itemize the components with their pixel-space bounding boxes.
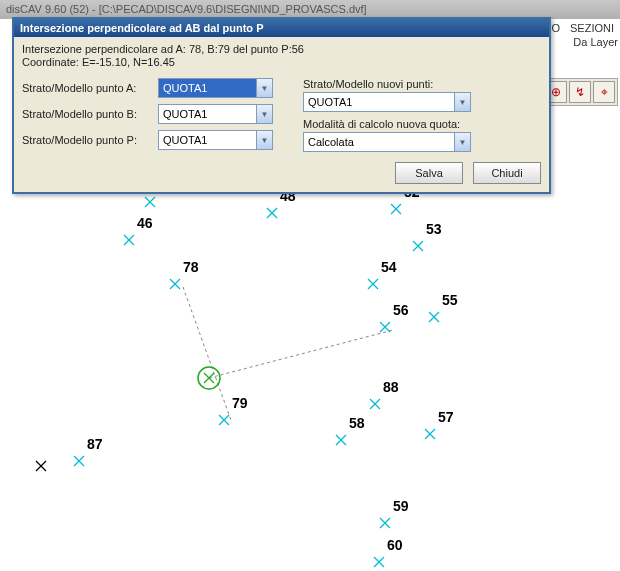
svg-text:88: 88 [383, 379, 399, 395]
svg-text:57: 57 [438, 409, 454, 425]
svg-line-49 [380, 518, 390, 528]
svg-line-15 [391, 204, 401, 214]
svg-text:79: 79 [232, 395, 248, 411]
svg-line-19 [413, 241, 423, 251]
chevron-down-icon[interactable] [454, 93, 470, 111]
svg-line-48 [380, 518, 390, 528]
label-punto-a: Strato/Modello punto A: [22, 82, 152, 94]
combo-punto-a[interactable]: QUOTA1 [158, 78, 273, 98]
svg-line-12 [267, 208, 277, 218]
svg-line-13 [267, 208, 277, 218]
label-punto-b: Strato/Modello punto B: [22, 108, 152, 120]
combo-punto-b[interactable]: QUOTA1 [158, 104, 273, 124]
svg-line-40 [425, 429, 435, 439]
svg-text:60: 60 [387, 537, 403, 553]
svg-line-25 [429, 312, 439, 322]
combo-punto-p-value: QUOTA1 [159, 134, 256, 146]
svg-text:54: 54 [381, 259, 397, 275]
svg-text:78: 78 [183, 259, 199, 275]
info-line-1: Intersezione perpendicolare ad A: 78, B:… [22, 43, 541, 55]
chevron-down-icon[interactable] [256, 105, 272, 123]
combo-modalita[interactable]: Calcolata [303, 132, 471, 152]
svg-line-18 [413, 241, 423, 251]
label-punto-p: Strato/Modello punto P: [22, 134, 152, 146]
svg-line-28 [380, 322, 390, 332]
intersection-dialog: Intersezione perpendicolare ad AB dal pu… [12, 17, 551, 194]
svg-line-4 [204, 373, 214, 383]
svg-line-45 [74, 456, 84, 466]
chevron-down-icon[interactable] [256, 131, 272, 149]
svg-text:58: 58 [349, 415, 365, 431]
svg-line-10 [124, 235, 134, 245]
dialog-title: Intersezione perpendicolare ad AB dal pu… [14, 19, 549, 37]
svg-line-7 [145, 197, 155, 207]
svg-text:53: 53 [426, 221, 442, 237]
svg-line-16 [391, 204, 401, 214]
svg-line-46 [74, 456, 84, 466]
chevron-down-icon[interactable] [454, 133, 470, 151]
svg-line-51 [374, 557, 384, 567]
menu-item-sezioni[interactable]: SEZIONI [570, 22, 614, 34]
svg-line-27 [380, 322, 390, 332]
svg-line-9 [124, 235, 134, 245]
svg-point-2 [198, 367, 220, 389]
chevron-down-icon[interactable] [256, 79, 272, 97]
svg-line-43 [336, 435, 346, 445]
svg-text:59: 59 [393, 498, 409, 514]
tool-icon-3[interactable]: ⌖ [593, 81, 615, 103]
svg-text:87: 87 [87, 436, 103, 452]
svg-text:46: 46 [137, 215, 153, 231]
svg-line-34 [219, 415, 229, 425]
mini-toolbar: ⊕ ↯ ⌖ [542, 78, 618, 106]
svg-line-42 [336, 435, 346, 445]
label-nuovi-punti: Strato/Modello nuovi punti: [303, 78, 471, 90]
svg-text:56: 56 [393, 302, 409, 318]
svg-line-33 [219, 415, 229, 425]
svg-line-24 [429, 312, 439, 322]
chiudi-button[interactable]: Chiudi [473, 162, 541, 184]
tool-icon-2[interactable]: ↯ [569, 81, 591, 103]
svg-line-54 [36, 461, 46, 471]
dalayer-label: Da Layer [573, 36, 618, 48]
svg-line-31 [170, 279, 180, 289]
combo-punto-b-value: QUOTA1 [159, 108, 256, 120]
combo-punto-p[interactable]: QUOTA1 [158, 130, 273, 150]
combo-modalita-value: Calcolata [304, 136, 454, 148]
svg-line-36 [370, 399, 380, 409]
svg-line-53 [36, 461, 46, 471]
svg-line-21 [368, 279, 378, 289]
app-title-text: disCAV 9.60 (52) - [C:\PECAD\DISCAV9.6\D… [6, 3, 367, 15]
svg-line-1 [209, 330, 393, 378]
salva-button[interactable]: Salva [395, 162, 463, 184]
svg-text:55: 55 [442, 292, 458, 308]
combo-punto-a-value: QUOTA1 [159, 82, 256, 94]
svg-line-3 [204, 373, 214, 383]
svg-line-30 [170, 279, 180, 289]
svg-line-6 [145, 197, 155, 207]
svg-line-52 [374, 557, 384, 567]
svg-line-37 [370, 399, 380, 409]
svg-line-22 [368, 279, 378, 289]
label-modalita: Modalità di calcolo nuova quota: [303, 118, 471, 130]
combo-nuovi-punti-value: QUOTA1 [304, 96, 454, 108]
info-line-2: Coordinate: E=-15.10, N=16.45 [22, 56, 541, 68]
combo-nuovi-punti[interactable]: QUOTA1 [303, 92, 471, 112]
toolbar-right: Da Layer [573, 36, 618, 48]
svg-line-0 [183, 287, 232, 423]
svg-line-39 [425, 429, 435, 439]
